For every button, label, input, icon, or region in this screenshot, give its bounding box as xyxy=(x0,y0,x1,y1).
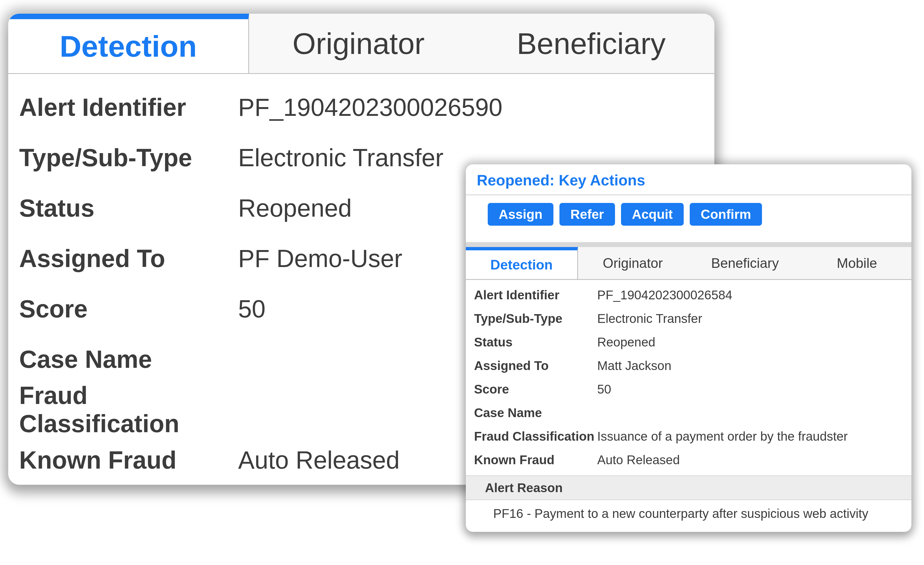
srow-assigned-to: Assigned To Matt Jackson xyxy=(474,354,903,377)
srow-case-name: Case Name xyxy=(474,401,903,425)
svalue-fraud-classification: Issuance of a payment order by the fraud… xyxy=(597,429,848,444)
svalue-score: 50 xyxy=(597,382,611,397)
tab-beneficiary-small[interactable]: Beneficiary xyxy=(687,247,802,279)
slabel-case-name: Case Name xyxy=(474,405,597,420)
value-known-fraud: Auto Released xyxy=(238,446,400,474)
slabel-known-fraud: Known Fraud xyxy=(474,452,597,467)
tab-originator[interactable]: Originator xyxy=(249,14,468,73)
label-alert-identifier: Alert Identifier xyxy=(19,93,238,122)
tab-mobile-small[interactable]: Mobile xyxy=(802,247,911,279)
value-score: 50 xyxy=(238,295,266,323)
slabel-fraud-classification: Fraud Classification xyxy=(474,429,597,444)
svalue-status: Reopened xyxy=(597,335,655,349)
alert-detail-card-small: Reopened: Key Actions Assign Refer Acqui… xyxy=(466,164,911,532)
alert-reason-text: PF16 - Payment to a new counterparty aft… xyxy=(466,500,911,532)
srow-score: Score 50 xyxy=(474,377,903,401)
small-detail-body: Alert Identifier PF_1904202300026584 Typ… xyxy=(466,280,911,472)
label-known-fraud: Known Fraud xyxy=(19,446,238,474)
label-fraud-classification: Fraud Classification xyxy=(19,382,238,438)
label-type-sub-type: Type/Sub-Type xyxy=(19,144,238,172)
confirm-button[interactable]: Confirm xyxy=(690,203,762,226)
label-score: Score xyxy=(19,295,238,323)
key-actions-title: Reopened: Key Actions xyxy=(466,164,911,195)
value-alert-identifier: PF_1904202300026590 xyxy=(238,93,502,122)
refer-button[interactable]: Refer xyxy=(560,203,615,226)
value-status: Reopened xyxy=(238,194,352,222)
alert-reason-heading: Alert Reason xyxy=(466,475,911,500)
slabel-status: Status xyxy=(474,335,597,349)
row-alert-identifier: Alert Identifier PF_1904202300026590 xyxy=(19,82,704,132)
assign-button[interactable]: Assign xyxy=(488,203,554,226)
label-assigned-to: Assigned To xyxy=(19,245,238,273)
tab-detection-small[interactable]: Detection xyxy=(466,247,578,279)
slabel-assigned-to: Assigned To xyxy=(474,358,597,373)
large-tabs: Detection Originator Beneficiary xyxy=(8,14,714,74)
label-case-name: Case Name xyxy=(19,346,238,374)
srow-fraud-classification: Fraud Classification Issuance of a payme… xyxy=(474,425,903,448)
tab-originator-small[interactable]: Originator xyxy=(578,247,687,279)
srow-type-sub-type: Type/Sub-Type Electronic Transfer xyxy=(474,307,903,330)
svalue-assigned-to: Matt Jackson xyxy=(597,358,671,373)
tab-detection[interactable]: Detection xyxy=(8,14,249,73)
srow-alert-identifier: Alert Identifier PF_1904202300026584 xyxy=(474,283,903,307)
svalue-alert-identifier: PF_1904202300026584 xyxy=(597,288,732,302)
svalue-known-fraud: Auto Released xyxy=(597,452,680,467)
slabel-alert-identifier: Alert Identifier xyxy=(474,288,597,302)
value-type-sub-type: Electronic Transfer xyxy=(238,144,443,172)
srow-known-fraud: Known Fraud Auto Released xyxy=(474,448,903,472)
slabel-type-sub-type: Type/Sub-Type xyxy=(474,311,597,326)
svalue-type-sub-type: Electronic Transfer xyxy=(597,311,702,326)
srow-status: Status Reopened xyxy=(474,330,903,354)
tab-beneficiary[interactable]: Beneficiary xyxy=(468,14,714,73)
key-actions-row: Assign Refer Acquit Confirm xyxy=(466,195,911,247)
label-status: Status xyxy=(19,194,238,222)
small-tabs: Detection Originator Beneficiary Mobile xyxy=(466,247,911,280)
acquit-button[interactable]: Acquit xyxy=(621,203,684,226)
slabel-score: Score xyxy=(474,382,597,397)
value-assigned-to: PF Demo-User xyxy=(238,245,402,273)
